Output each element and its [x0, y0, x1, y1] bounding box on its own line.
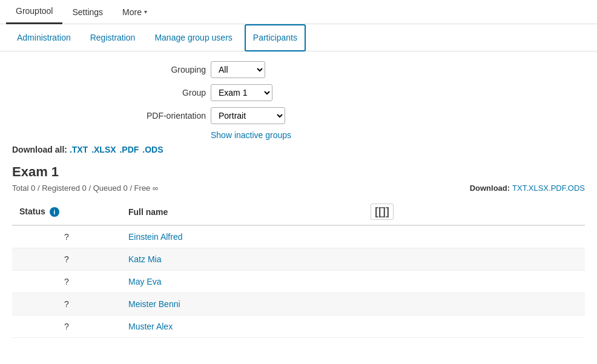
grouping-row: Grouping All [133, 61, 265, 78]
cell-fullname: Meister Benni [121, 293, 363, 316]
cell-action [363, 293, 585, 316]
download-txt-link[interactable]: .TXT [70, 145, 88, 154]
cell-fullname: Einstein Alfred [121, 225, 363, 248]
cell-action [363, 316, 585, 338]
grouping-select[interactable]: All [211, 61, 265, 78]
cell-fullname: May Eva [121, 271, 363, 293]
table-row: ?Muster Alex [12, 316, 585, 338]
nav-settings[interactable]: Settings [62, 0, 113, 24]
cell-action [363, 225, 585, 248]
table-row: ?May Eva [12, 271, 585, 293]
participant-name-link[interactable]: Muster Alex [128, 322, 173, 331]
participant-name-link[interactable]: Katz Mia [128, 254, 161, 264]
tab-participants[interactable]: Participants [245, 24, 306, 51]
participant-name-link[interactable]: Meister Benni [128, 299, 180, 309]
download-xlsx-link[interactable]: .XLSX [91, 145, 116, 154]
pdf-orientation-select[interactable]: Portrait Landscape [211, 107, 285, 124]
group-row: Group Exam 1 [133, 84, 272, 101]
col-fullname: Full name [121, 199, 363, 225]
top-navigation: Grouptool Settings More ▾ [0, 0, 597, 24]
table-body: ?Einstein Alfred?Katz Mia?May Eva?Meiste… [12, 225, 585, 338]
status-info-icon[interactable]: i [50, 207, 59, 217]
cell-fullname: Katz Mia [121, 248, 363, 271]
stats-text: Total 0 / Registered 0 / Queued 0 / Free… [12, 184, 158, 193]
nav-grouptool[interactable]: Grouptool [6, 0, 62, 24]
table-row: ?Katz Mia [12, 248, 585, 271]
pdf-orientation-row: PDF-orientation Portrait Landscape [133, 107, 285, 124]
participants-table: Status i Full name [[]] ?Einstein Alfred… [12, 199, 585, 338]
stats-row: Total 0 / Registered 0 / Queued 0 / Free… [12, 184, 585, 193]
main-content: Grouping All Group Exam 1 PDF-orientatio… [0, 51, 597, 348]
participant-name-link[interactable]: Einstein Alfred [128, 232, 183, 242]
col-status: Status i [12, 199, 121, 225]
cell-fullname: Muster Alex [121, 316, 363, 338]
table-header: Status i Full name [[]] [12, 199, 585, 225]
participant-name-link[interactable]: May Eva [128, 277, 161, 286]
group-download-label: Download: [470, 184, 510, 193]
group-download-links[interactable]: TXT.XLSX.PDF.ODS [512, 184, 585, 193]
cell-status: ? [12, 316, 121, 338]
pdf-orientation-label: PDF-orientation [133, 111, 206, 121]
col-actions[interactable]: [[]] [363, 199, 585, 225]
cell-status: ? [12, 293, 121, 316]
tab-registration[interactable]: Registration [83, 24, 143, 51]
grouping-label: Grouping [133, 65, 206, 74]
cell-status: ? [12, 248, 121, 271]
filter-form: Grouping All Group Exam 1 PDF-orientatio… [12, 61, 585, 140]
table-row: ?Einstein Alfred [12, 225, 585, 248]
tab-administration[interactable]: Administration [10, 24, 78, 51]
group-select[interactable]: Exam 1 [211, 84, 272, 101]
grid-toggle-icon[interactable]: [[]] [371, 204, 394, 220]
nav-more[interactable]: More ▾ [113, 0, 157, 24]
download-all-section: Download all: .TXT .XLSX .PDF .ODS [12, 145, 585, 154]
cell-action [363, 271, 585, 293]
group-label: Group [133, 88, 206, 98]
cell-status: ? [12, 225, 121, 248]
cell-action [363, 248, 585, 271]
cell-status: ? [12, 271, 121, 293]
group-title: Exam 1 [12, 164, 585, 180]
group-download-row: Download: TXT.XLSX.PDF.ODS [470, 184, 585, 193]
table-row: ?Meister Benni [12, 293, 585, 316]
download-all-label: Download all: [12, 145, 67, 154]
show-inactive-groups-link[interactable]: Show inactive groups [211, 130, 291, 140]
secondary-navigation: Administration Registration Manage group… [0, 24, 597, 51]
tab-manage-group-users[interactable]: Manage group users [147, 24, 239, 51]
chevron-down-icon: ▾ [144, 8, 147, 15]
download-ods-link[interactable]: .ODS [142, 145, 163, 154]
download-pdf-link[interactable]: .PDF [119, 145, 139, 154]
status-col-label: Status [19, 207, 45, 216]
nav-more-label: More [122, 7, 142, 17]
